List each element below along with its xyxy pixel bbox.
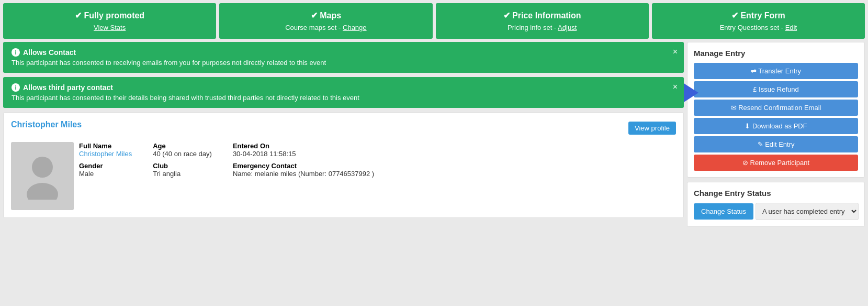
info-col-3: Entered On 30-04-2018 11:58:15 Emergency… <box>233 142 374 178</box>
alert-close-button[interactable]: × <box>673 47 678 57</box>
status-card-subtitle: View Stats <box>8 24 211 31</box>
profile-name: Christopher Miles <box>11 120 82 129</box>
transfer-entry-button[interactable]: ⇌ Transfer Entry <box>694 63 858 79</box>
remove-participant-button[interactable]: ⊘ Remove Participant <box>694 155 858 171</box>
status-card-entry-form: ✔ Entry Form Entry Questions set - Edit <box>652 3 865 39</box>
status-card-title: ✔ Fully promoted <box>8 10 211 20</box>
avatar-svg <box>21 152 63 200</box>
club-label: Club <box>153 162 212 170</box>
left-panel: i Allows Contact This participant has co… <box>3 42 684 227</box>
change-status-button[interactable]: Change Status <box>694 203 753 220</box>
status-card-fully-promoted: ✔ Fully promoted View Stats <box>3 3 216 39</box>
profile-info: Full Name Christopher Miles Gender Male … <box>11 142 676 210</box>
avatar <box>11 142 74 210</box>
status-card-subtitle: Pricing info set - Adjust <box>441 24 644 31</box>
alert-body: This participant has consented to their … <box>12 94 675 102</box>
status-card-title: ✔ Maps <box>224 10 427 20</box>
allows-third-party-wrapper: i Allows third party contact This partic… <box>3 77 684 108</box>
arrow-indicator <box>684 83 698 102</box>
status-card-subtitle: Course maps set - Change <box>224 24 427 31</box>
info-col-2: Age 40 (40 on race day) Club Tri anglia <box>153 142 212 178</box>
manage-entry-box: Manage Entry ⇌ Transfer Entry £ Issue Re… <box>687 42 865 178</box>
svg-point-0 <box>32 157 53 178</box>
change-status-title: Change Entry Status <box>694 189 858 198</box>
alert-close-button[interactable]: × <box>673 82 678 92</box>
info-col-1: Full Name Christopher Miles Gender Male <box>79 142 132 178</box>
download-pdf-button[interactable]: ⬇ Download as PDF <box>694 118 858 134</box>
status-card-title: ✔ Price Information <box>441 10 644 20</box>
change-entry-status-box: Change Entry Status Change Status A user… <box>687 182 865 227</box>
status-card-title: ✔ Entry Form <box>657 10 860 20</box>
status-card-maps: ✔ Maps Course maps set - Change <box>219 3 432 39</box>
gender-value: Male <box>79 170 132 178</box>
alert-title: i Allows third party contact <box>12 83 675 92</box>
profile-card: Christopher Miles View profile Full Name… <box>3 112 684 218</box>
emergency-contact-value: Name: melanie miles (Number: 07746537992… <box>233 170 374 178</box>
entered-on-label: Entered On <box>233 142 374 150</box>
allows-contact-wrapper: i Allows Contact This participant has co… <box>3 42 684 73</box>
allows-third-party-alert: i Allows third party contact This partic… <box>3 77 684 108</box>
full-name-value[interactable]: Christopher Miles <box>79 150 132 158</box>
age-label: Age <box>153 142 212 150</box>
status-card-subtitle: Entry Questions set - Edit <box>657 24 860 31</box>
view-stats-link[interactable]: View Stats <box>94 24 126 31</box>
emergency-contact-label: Emergency Contact <box>233 162 374 170</box>
top-bar: ✔ Fully promoted View Stats ✔ Maps Cours… <box>0 0 868 42</box>
svg-point-1 <box>27 183 58 200</box>
manage-entry-title: Manage Entry <box>694 49 858 58</box>
resend-confirmation-button[interactable]: ✉ Resend Confirmation Email <box>694 100 858 116</box>
gender-label: Gender <box>79 162 132 170</box>
alert-body: This participant has consented to receiv… <box>12 59 675 67</box>
info-icon: i <box>12 83 20 92</box>
edit-entry-button[interactable]: ✎ Edit Entry <box>694 136 858 152</box>
club-value: Tri anglia <box>153 170 212 178</box>
status-card-price-information: ✔ Price Information Pricing info set - A… <box>436 3 649 39</box>
status-row: Change Status A user has completed entry… <box>694 203 858 220</box>
allows-contact-alert: i Allows Contact This participant has co… <box>3 42 684 73</box>
alert-title: i Allows Contact <box>12 48 675 57</box>
view-profile-button[interactable]: View profile <box>628 122 676 135</box>
entered-on-value: 30-04-2018 11:58:15 <box>233 150 374 158</box>
right-panel: Manage Entry ⇌ Transfer Entry £ Issue Re… <box>687 42 865 227</box>
full-name-label: Full Name <box>79 142 132 150</box>
status-select[interactable]: A user has completed entry Pending Cance… <box>756 203 859 220</box>
entry-form-edit-link[interactable]: Edit <box>785 24 797 31</box>
info-icon: i <box>12 48 20 57</box>
maps-change-link[interactable]: Change <box>343 24 367 31</box>
age-value: 40 (40 on race day) <box>153 150 212 158</box>
issue-refund-button[interactable]: £ Issue Refund <box>694 81 858 97</box>
info-columns: Full Name Christopher Miles Gender Male … <box>79 142 676 178</box>
price-adjust-link[interactable]: Adjust <box>558 24 577 31</box>
